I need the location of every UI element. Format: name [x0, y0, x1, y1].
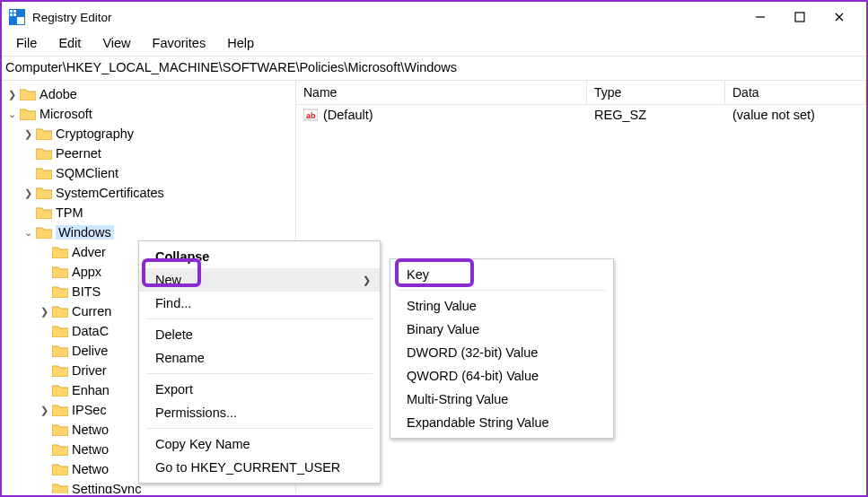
folder-icon: [52, 305, 68, 318]
address-bar[interactable]: Computer\HKEY_LOCAL_MACHINE\SOFTWARE\Pol…: [2, 57, 866, 81]
tree-node-tpm[interactable]: TPM: [2, 203, 295, 222]
svg-rect-1: [10, 10, 13, 13]
submenu-qword[interactable]: QWORD (64-bit) Value: [390, 364, 613, 388]
menu-file[interactable]: File: [7, 34, 46, 52]
svg-rect-5: [17, 17, 24, 24]
folder-icon: [52, 364, 68, 377]
value-name: (Default): [323, 108, 373, 122]
folder-icon: [52, 246, 68, 258]
chevron-right-icon[interactable]: ❯: [5, 89, 18, 100]
chevron-right-icon[interactable]: ❯: [38, 405, 50, 416]
folder-icon: [36, 226, 52, 239]
ctxmenu-permissions[interactable]: Permissions...: [139, 401, 380, 424]
folder-icon: [20, 88, 36, 100]
folder-icon: [52, 285, 68, 298]
list-row-default[interactable]: ab (Default) REG_SZ (value not set): [296, 105, 866, 125]
svg-rect-7: [795, 13, 804, 22]
tree-node-windows[interactable]: ⌄Windows: [2, 222, 295, 242]
ctxmenu-find[interactable]: Find...: [139, 292, 380, 315]
tree-node-systemcertificates[interactable]: ❯SystemCertificates: [2, 183, 295, 203]
ctxmenu-copykeyname[interactable]: Copy Key Name: [139, 432, 380, 456]
window-title: Registry Editor: [32, 11, 746, 24]
list-header: Name Type Data: [296, 81, 866, 105]
folder-icon: [36, 187, 52, 199]
menu-help[interactable]: Help: [218, 34, 263, 52]
folder-icon: [52, 423, 68, 436]
ctxmenu-rename[interactable]: Rename: [139, 346, 380, 370]
tree-node-sqmclient[interactable]: SQMClient: [2, 163, 295, 183]
folder-icon: [36, 127, 52, 140]
submenu-expandable[interactable]: Expandable String Value: [390, 411, 613, 434]
ctxmenu-collapse[interactable]: Collapse: [139, 245, 380, 268]
tree-node-peernet[interactable]: Peernet: [2, 144, 295, 163]
value-data: (value not set): [725, 105, 866, 125]
close-button[interactable]: [825, 6, 854, 28]
chevron-right-icon[interactable]: ❯: [22, 128, 34, 140]
tree-node-cryptography[interactable]: ❯Cryptography: [2, 124, 295, 144]
string-value-icon: ab: [303, 108, 318, 122]
col-type[interactable]: Type: [587, 81, 725, 104]
chevron-down-icon[interactable]: ⌄: [22, 227, 34, 239]
menu-favorites[interactable]: Favorites: [144, 34, 215, 52]
tree-node-microsoft[interactable]: ⌄Microsoft: [2, 104, 295, 124]
chevron-down-icon[interactable]: ⌄: [5, 109, 18, 120]
submenu-key[interactable]: Key: [390, 263, 613, 286]
ctxmenu-export[interactable]: Export: [139, 378, 380, 401]
folder-icon: [36, 167, 52, 179]
menu-view[interactable]: View: [93, 34, 139, 52]
svg-rect-3: [10, 13, 13, 16]
tree-node-adobe[interactable]: ❯Adobe: [2, 84, 295, 104]
app-icon: [9, 9, 25, 25]
folder-icon: [52, 483, 68, 493]
submenu-multistring[interactable]: Multi-String Value: [390, 388, 613, 411]
submenu-binary[interactable]: Binary Value: [390, 318, 613, 341]
folder-icon: [52, 266, 68, 278]
context-menu: Collapse New❯ Find... Delete Rename Expo…: [138, 240, 381, 484]
menu-edit[interactable]: Edit: [49, 34, 90, 52]
title-bar: Registry Editor: [2, 2, 866, 32]
folder-icon: [52, 443, 68, 456]
submenu-string[interactable]: String Value: [390, 294, 613, 318]
folder-icon: [52, 344, 68, 357]
value-type: REG_SZ: [587, 105, 725, 125]
col-name[interactable]: Name: [296, 81, 587, 104]
folder-icon: [36, 206, 52, 219]
ctxmenu-new[interactable]: New❯: [139, 268, 380, 292]
col-data[interactable]: Data: [725, 81, 866, 104]
minimize-button[interactable]: [746, 6, 775, 28]
submenu-dword[interactable]: DWORD (32-bit) Value: [390, 341, 613, 364]
submenu-new: Key String Value Binary Value DWORD (32-…: [390, 258, 614, 439]
ctxmenu-delete[interactable]: Delete: [139, 323, 380, 346]
folder-icon: [20, 108, 36, 120]
folder-icon: [52, 325, 68, 337]
folder-icon: [52, 384, 68, 397]
folder-icon: [36, 147, 52, 160]
svg-text:ab: ab: [306, 111, 316, 120]
folder-icon: [52, 404, 68, 416]
svg-rect-2: [13, 10, 16, 13]
chevron-right-icon[interactable]: ❯: [38, 306, 50, 318]
ctxmenu-goto[interactable]: Go to HKEY_CURRENT_USER: [139, 456, 380, 479]
menu-bar: File Edit View Favorites Help: [2, 32, 866, 56]
svg-rect-4: [13, 13, 16, 16]
maximize-button[interactable]: [785, 6, 814, 28]
folder-icon: [52, 463, 68, 475]
chevron-right-icon: ❯: [363, 275, 371, 286]
chevron-right-icon[interactable]: ❯: [22, 187, 34, 199]
